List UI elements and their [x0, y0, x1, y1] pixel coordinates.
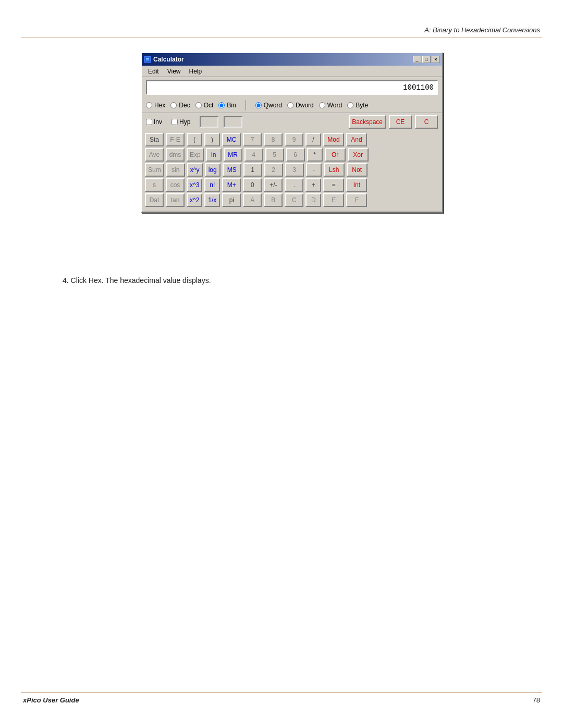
mplus-button[interactable]: M+ [222, 178, 241, 192]
sin-button[interactable]: sin [166, 163, 185, 177]
sum-button[interactable]: Sum [145, 163, 164, 177]
4-button[interactable]: 4 [244, 148, 263, 162]
inv-label: Inv [154, 118, 162, 126]
and-button[interactable]: And [346, 133, 367, 146]
int-button[interactable]: Int [346, 178, 367, 192]
sta-button[interactable]: Sta [145, 133, 164, 146]
log-button[interactable]: log [205, 163, 221, 177]
5-button[interactable]: 5 [265, 148, 284, 162]
a-button[interactable]: A [243, 193, 262, 207]
minimize-button[interactable]: _ [413, 56, 421, 63]
subtract-button[interactable]: - [306, 163, 322, 177]
x3-button[interactable]: x^3 [187, 178, 202, 192]
radio-oct-input[interactable] [195, 102, 202, 108]
c-button[interactable]: C [415, 115, 438, 129]
not-button[interactable]: Not [347, 163, 368, 177]
title-bar-left: Calculator [144, 56, 184, 63]
factorial-button[interactable]: n! [204, 178, 220, 192]
radio-word[interactable]: Word [319, 102, 342, 109]
ln-button[interactable]: ln [206, 148, 222, 162]
backspace-button[interactable]: Backspace [349, 115, 386, 129]
multiply-button[interactable]: * [307, 148, 323, 162]
ce-button[interactable]: CE [389, 115, 412, 129]
radio-dec-input[interactable] [170, 102, 177, 108]
radio-hex-label: Hex [154, 102, 165, 109]
radio-oct[interactable]: Oct [195, 102, 214, 109]
display-box: 1001100 [146, 80, 438, 95]
cos-button[interactable]: cos [166, 178, 185, 192]
9-button[interactable]: 9 [285, 133, 303, 146]
mc-button[interactable]: MC [222, 133, 241, 146]
radio-dword-input[interactable] [287, 102, 293, 108]
reciprocal-button[interactable]: 1/x [204, 193, 220, 207]
checkbox-inv[interactable] [146, 119, 152, 125]
pi-button[interactable]: pi [222, 193, 241, 207]
7-button[interactable]: 7 [243, 133, 262, 146]
radio-dec[interactable]: Dec [170, 102, 190, 109]
menu-bar: Edit View Help [142, 66, 442, 77]
s-button[interactable]: s [145, 178, 164, 192]
lsh-button[interactable]: Lsh [324, 163, 345, 177]
radio-byte-input[interactable] [347, 102, 353, 108]
dot-button[interactable]: . [285, 178, 303, 192]
radio-qword[interactable]: Qword [255, 102, 282, 109]
fe-button[interactable]: F-E [166, 133, 185, 146]
footer-left: xPico User Guide [23, 696, 79, 704]
6-button[interactable]: 6 [286, 148, 305, 162]
exp-button[interactable]: Exp [187, 148, 204, 162]
hyp-label: Hyp [179, 118, 190, 126]
radio-word-input[interactable] [319, 102, 325, 108]
mod-button[interactable]: Mod [323, 133, 344, 146]
radio-dword[interactable]: Dword [287, 102, 314, 109]
chk-hyp[interactable]: Hyp [172, 118, 190, 126]
divide-button[interactable]: / [305, 133, 321, 146]
menu-help[interactable]: Help [185, 67, 206, 76]
radio-bin-input[interactable] [218, 102, 225, 108]
chk-inv[interactable]: Inv [146, 118, 162, 126]
xy-button[interactable]: x^y [187, 163, 203, 177]
ave-button[interactable]: Ave [145, 148, 164, 162]
window-title: Calculator [153, 56, 184, 63]
calculator-window: Calculator _ □ × Edit View Help 1001100 … [141, 52, 443, 213]
mr-button[interactable]: MR [224, 148, 242, 162]
add-button[interactable]: + [305, 178, 321, 192]
xor-button[interactable]: Xor [348, 148, 369, 162]
x2-button[interactable]: x^2 [187, 193, 202, 207]
radio-bin[interactable]: Bin [218, 102, 236, 109]
or-button[interactable]: Or [325, 148, 346, 162]
maximize-button[interactable]: □ [422, 56, 431, 63]
radio-hex[interactable]: Hex [146, 102, 165, 109]
f-button[interactable]: F [346, 193, 367, 207]
3-button[interactable]: 3 [285, 163, 304, 177]
radio-row-base: Hex Dec Oct Bin Qword Dword Word B [142, 98, 442, 113]
svg-rect-1 [146, 58, 149, 59]
radio-byte[interactable]: Byte [347, 102, 368, 109]
close-button[interactable]: × [432, 56, 440, 63]
0-button[interactable]: 0 [243, 178, 262, 192]
radio-qword-input[interactable] [255, 102, 262, 108]
1-button[interactable]: 1 [243, 163, 262, 177]
buttons-area: Sta F-E ( ) MC 7 8 9 / Mod And Ave dms E… [142, 131, 442, 212]
e-button[interactable]: E [323, 193, 344, 207]
plusminus-button[interactable]: +/- [264, 178, 283, 192]
small-display-1 [200, 116, 218, 128]
radio-oct-label: Oct [204, 102, 214, 109]
dat-button[interactable]: Dat [145, 193, 164, 207]
radio-byte-label: Byte [356, 102, 368, 109]
menu-view[interactable]: View [163, 67, 185, 76]
checkbox-hyp[interactable] [172, 119, 178, 125]
equals-button[interactable]: = [323, 178, 344, 192]
tan-button[interactable]: tan [166, 193, 185, 207]
b-button[interactable]: B [264, 193, 283, 207]
2-button[interactable]: 2 [264, 163, 283, 177]
d-button[interactable]: D [305, 193, 321, 207]
c-hex-button[interactable]: C [285, 193, 303, 207]
radio-hex-input[interactable] [146, 102, 152, 108]
close-paren-button[interactable]: ) [204, 133, 220, 146]
radio-dword-label: Dword [296, 102, 314, 109]
8-button[interactable]: 8 [264, 133, 283, 146]
menu-edit[interactable]: Edit [144, 67, 163, 76]
open-paren-button[interactable]: ( [187, 133, 202, 146]
dms-button[interactable]: dms [166, 148, 185, 162]
ms-button[interactable]: MS [223, 163, 241, 177]
